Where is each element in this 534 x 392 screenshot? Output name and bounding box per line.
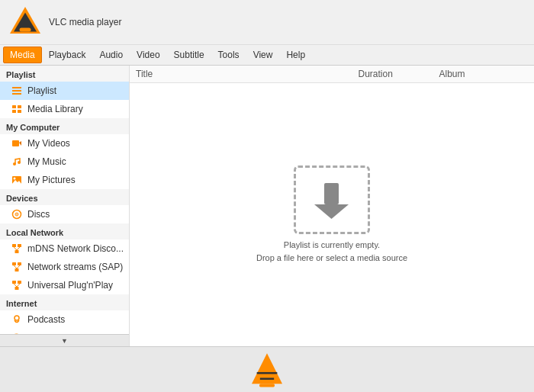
sidebar-label-upnp: Universal Plug'n'Play — [27, 280, 113, 291]
column-title: Title — [130, 66, 352, 83]
sidebar: Playlist Playlist — [0, 66, 130, 346]
sidebar-label-playlist: Playlist — [27, 85, 56, 96]
svg-line-29 — [17, 265, 20, 268]
sidebar-label-my-videos: My Videos — [27, 138, 70, 149]
svg-rect-10 — [12, 140, 19, 146]
empty-line2: Drop a file here or select a media sourc… — [256, 252, 407, 265]
svg-marker-37 — [314, 204, 349, 219]
menu-item-playback[interactable]: Playback — [42, 47, 93, 63]
svg-line-34 — [17, 284, 20, 287]
sidebar-section-playlist: Playlist — [0, 66, 129, 82]
sidebar-label-podcasts: Podcasts — [27, 314, 65, 325]
svg-rect-3 — [12, 87, 21, 88]
media-library-icon — [11, 103, 23, 115]
svg-rect-36 — [324, 183, 339, 204]
svg-rect-30 — [12, 281, 16, 284]
svg-line-24 — [17, 247, 20, 250]
svg-point-13 — [18, 161, 21, 164]
sidebar-scroll-down-btn[interactable]: ▼ — [0, 334, 129, 346]
column-duration: Duration — [352, 66, 433, 83]
network-streams-icon — [11, 261, 23, 273]
sidebar-section-local-network: Local Network — [0, 223, 129, 239]
menu-item-audio[interactable]: Audio — [92, 47, 130, 63]
my-pictures-icon — [11, 174, 23, 186]
my-music-icon — [11, 156, 23, 168]
drop-arrow-icon — [310, 179, 352, 221]
podcasts-icon — [11, 313, 23, 326]
sidebar-item-discs[interactable]: Discs — [0, 205, 129, 223]
menu-bar: MediaPlaybackAudioVideoSubtitleToolsView… — [0, 45, 534, 66]
sidebar-section-internet: Internet — [0, 294, 129, 310]
mdns-icon — [11, 243, 23, 255]
vlc-logo-icon — [6, 3, 44, 41]
sidebar-item-upnp[interactable]: Universal Plug'n'Play — [0, 276, 129, 294]
playlist-icon — [11, 85, 23, 97]
svg-rect-4 — [12, 90, 21, 92]
sidebar-item-podcasts[interactable]: Podcasts — [0, 310, 129, 329]
svg-rect-2 — [20, 28, 31, 32]
my-videos-icon — [11, 137, 23, 149]
svg-rect-6 — [12, 105, 16, 108]
svg-point-19 — [16, 214, 18, 215]
sidebar-item-mdns[interactable]: mDNS Network Disco... — [0, 239, 129, 258]
svg-rect-21 — [18, 244, 21, 247]
svg-rect-9 — [18, 110, 21, 113]
svg-rect-31 — [18, 281, 21, 284]
svg-point-15 — [14, 178, 16, 180]
sidebar-label-media-library: Media Library — [27, 104, 83, 114]
sidebar-label-my-pictures: My Pictures — [27, 175, 76, 185]
svg-rect-41 — [259, 384, 275, 387]
sidebar-item-network-streams[interactable]: Network streams (SAP) — [0, 258, 129, 276]
svg-marker-11 — [19, 141, 21, 146]
sidebar-item-jamendo[interactable]: Jamendo Selections — [0, 329, 129, 334]
empty-playlist-text: Playlist is currently empty. Drop a file… — [256, 239, 407, 264]
svg-rect-8 — [12, 110, 16, 113]
sidebar-label-discs: Discs — [27, 209, 50, 220]
sidebar-section-devices: Devices — [0, 189, 129, 205]
svg-line-28 — [14, 265, 17, 268]
sidebar-item-playlist[interactable]: Playlist — [0, 82, 129, 100]
menu-item-view[interactable]: View — [246, 47, 280, 63]
svg-rect-32 — [15, 287, 19, 290]
svg-rect-20 — [12, 244, 16, 247]
playlist-table: Title Duration Album — [130, 66, 534, 83]
svg-line-33 — [14, 284, 17, 287]
content-area: Title Duration Album Playlist is curre — [130, 66, 534, 346]
scroll-down-arrow-icon: ▼ — [61, 337, 68, 345]
menu-item-subtitle[interactable]: Subtitle — [167, 47, 211, 63]
sidebar-label-my-music: My Music — [27, 156, 66, 167]
sidebar-label-mdns: mDNS Network Disco... — [27, 243, 124, 254]
upnp-icon — [11, 279, 23, 291]
sidebar-scroll-area[interactable]: Playlist Playlist — [0, 66, 129, 334]
empty-line1: Playlist is currently empty. — [256, 239, 407, 252]
sidebar-item-my-pictures[interactable]: My Pictures — [0, 171, 129, 189]
svg-rect-25 — [12, 262, 16, 265]
playlist-empty-area: Playlist is currently empty. Drop a file… — [130, 83, 534, 346]
svg-rect-7 — [18, 105, 21, 108]
title-bar: VLC media player — [0, 0, 534, 45]
svg-rect-5 — [12, 93, 21, 95]
menu-item-video[interactable]: Video — [130, 47, 166, 63]
menu-item-media[interactable]: Media — [3, 47, 42, 63]
svg-rect-22 — [15, 250, 19, 253]
svg-point-12 — [13, 162, 16, 165]
drop-zone[interactable] — [294, 165, 370, 234]
svg-rect-26 — [18, 262, 21, 265]
menu-item-help[interactable]: Help — [279, 47, 312, 63]
sidebar-item-my-videos[interactable]: My Videos — [0, 134, 129, 153]
svg-rect-27 — [15, 268, 19, 272]
bottom-bar — [0, 346, 534, 392]
sidebar-section-my-computer: My Computer — [0, 118, 129, 134]
column-album: Album — [433, 66, 535, 83]
main-area: Playlist Playlist — [0, 66, 534, 346]
vlc-cone-large-icon — [248, 351, 286, 389]
svg-point-35 — [14, 316, 19, 320]
sidebar-label-network-streams: Network streams (SAP) — [27, 262, 123, 272]
window-title: VLC media player — [49, 17, 121, 27]
menu-item-tools[interactable]: Tools — [211, 47, 246, 63]
svg-line-23 — [14, 247, 17, 250]
discs-icon — [11, 208, 23, 220]
sidebar-item-media-library[interactable]: Media Library — [0, 100, 129, 118]
sidebar-item-my-music[interactable]: My Music — [0, 153, 129, 171]
